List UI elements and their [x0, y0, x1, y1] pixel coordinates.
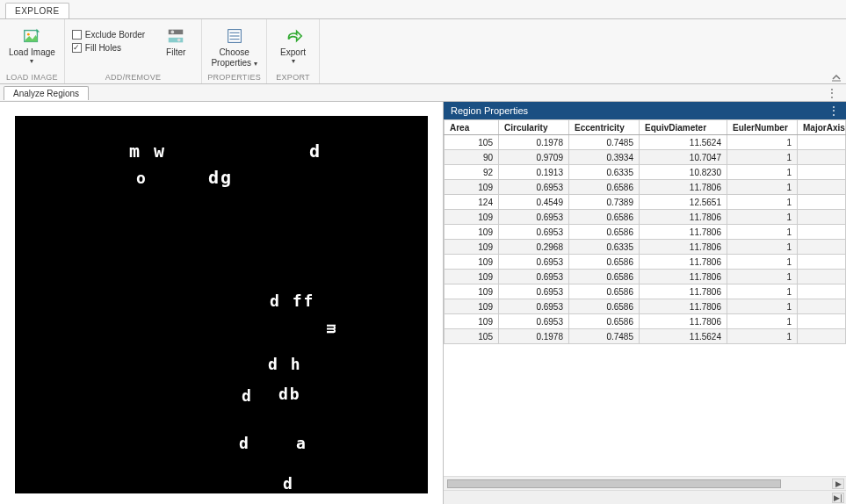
table-row[interactable]: 1090.69530.658611.78061 — [445, 299, 846, 314]
cell[interactable]: 1 — [727, 255, 798, 270]
cell[interactable]: 0.6586 — [569, 284, 640, 299]
cell[interactable]: 0.1978 — [499, 135, 569, 150]
table-row[interactable]: 1090.69530.658611.78061 — [445, 210, 846, 225]
cell[interactable]: 11.5624 — [640, 329, 727, 344]
cell[interactable]: 1 — [727, 180, 798, 195]
cell[interactable]: 90 — [445, 150, 499, 165]
cell[interactable]: 0.6586 — [569, 210, 640, 225]
cell[interactable]: 0.6586 — [569, 314, 640, 329]
cell[interactable]: 1 — [727, 270, 798, 284]
cell[interactable]: 1 — [727, 284, 798, 299]
cell[interactable]: 1 — [727, 240, 798, 255]
cell[interactable]: 12.5651 — [640, 195, 727, 210]
cell[interactable]: 109 — [445, 270, 499, 284]
cell[interactable]: 109 — [445, 240, 499, 255]
region-blob[interactable]: d — [283, 474, 294, 493]
cell[interactable] — [798, 165, 846, 180]
properties-table[interactable]: Area Circularity Eccentricity EquivDiame… — [444, 119, 846, 344]
cell[interactable]: 105 — [445, 329, 499, 344]
cell[interactable] — [798, 180, 846, 195]
cell[interactable]: 0.6953 — [499, 270, 569, 284]
region-blob[interactable]: a — [296, 434, 307, 452]
cell[interactable]: 11.7806 — [640, 225, 727, 240]
cell[interactable]: 124 — [445, 195, 499, 210]
table-row[interactable]: 1050.19780.748511.56241 — [445, 135, 846, 150]
cell[interactable]: 1 — [727, 210, 798, 225]
cell[interactable]: 11.7806 — [640, 284, 727, 299]
cell[interactable]: 1 — [727, 150, 798, 165]
cell[interactable] — [798, 329, 846, 344]
col-header-equivdiameter[interactable]: EquivDiameter — [640, 120, 727, 135]
col-header-eulernumber[interactable]: EulerNumber — [727, 120, 798, 135]
cell[interactable]: 10.7047 — [640, 150, 727, 165]
table-row[interactable]: 1090.29680.633511.78061 — [445, 240, 846, 255]
table-row[interactable]: 1090.69530.658611.78061 — [445, 255, 846, 270]
cell[interactable]: 0.6953 — [499, 225, 569, 240]
footer-scrollbar[interactable]: ▶| — [444, 490, 846, 504]
cell[interactable] — [798, 195, 846, 210]
region-blob[interactable]: d — [309, 140, 322, 162]
cell[interactable]: 0.6586 — [569, 299, 640, 314]
cell[interactable]: 0.6953 — [499, 314, 569, 329]
cell[interactable]: 11.7806 — [640, 255, 727, 270]
cell[interactable]: 11.7806 — [640, 180, 727, 195]
region-blob[interactable]: dg — [208, 167, 233, 188]
horizontal-scrollbar[interactable]: ▶ — [444, 476, 846, 490]
region-blob[interactable]: d — [239, 434, 250, 452]
cell[interactable]: 11.7806 — [640, 240, 727, 255]
minimize-toolstrip-button[interactable] — [830, 73, 842, 82]
properties-panel-menu-button[interactable]: ⋮ — [828, 104, 839, 117]
table-row[interactable]: 920.19130.633510.82301 — [445, 165, 846, 180]
cell[interactable] — [798, 150, 846, 165]
cell[interactable]: 11.7806 — [640, 314, 727, 329]
document-tab-menu-button[interactable]: ⋮ — [827, 87, 837, 99]
col-header-area[interactable]: Area — [445, 120, 499, 135]
cell[interactable]: 1 — [727, 299, 798, 314]
ribbon-tab-explore[interactable]: EXPLORE — [5, 3, 69, 18]
scrollbar-thumb[interactable] — [447, 479, 781, 488]
table-row[interactable]: 1240.45490.738912.56511 — [445, 195, 846, 210]
cell[interactable]: 0.6335 — [569, 165, 640, 180]
cell[interactable]: 0.6953 — [499, 299, 569, 314]
cell[interactable]: 109 — [445, 210, 499, 225]
col-header-circularity[interactable]: Circularity — [499, 120, 569, 135]
choose-properties-button[interactable]: Choose Properties ▾ — [207, 25, 260, 70]
exclude-border-checkbox[interactable]: Exclude Border — [70, 30, 145, 40]
cell[interactable]: 11.7806 — [640, 210, 727, 225]
cell[interactable]: 92 — [445, 165, 499, 180]
scroll-end-icon[interactable]: ▶| — [832, 493, 844, 503]
cell[interactable]: 0.6586 — [569, 180, 640, 195]
cell[interactable]: 0.1913 — [499, 165, 569, 180]
binary-image[interactable]: m wdodgd ffmd hddbdad — [15, 116, 428, 493]
scroll-right-arrow-icon[interactable]: ▶ — [832, 479, 844, 489]
cell[interactable]: 109 — [445, 225, 499, 240]
cell[interactable]: 0.6586 — [569, 255, 640, 270]
cell[interactable]: 105 — [445, 135, 499, 150]
cell[interactable] — [798, 284, 846, 299]
cell[interactable]: 0.7485 — [569, 135, 640, 150]
cell[interactable]: 11.7806 — [640, 270, 727, 284]
cell[interactable]: 0.6953 — [499, 210, 569, 225]
table-row[interactable]: 1090.69530.658611.78061 — [445, 284, 846, 299]
cell[interactable]: 0.7485 — [569, 329, 640, 344]
cell[interactable]: 0.6953 — [499, 180, 569, 195]
cell[interactable]: 1 — [727, 135, 798, 150]
cell[interactable] — [798, 299, 846, 314]
region-blob[interactable]: d h — [268, 355, 302, 373]
cell[interactable]: 109 — [445, 314, 499, 329]
cell[interactable]: 0.1978 — [499, 329, 569, 344]
cell[interactable]: 0.4549 — [499, 195, 569, 210]
cell[interactable]: 109 — [445, 299, 499, 314]
region-blob[interactable]: o — [136, 169, 148, 187]
cell[interactable]: 0.3934 — [569, 150, 640, 165]
load-image-button[interactable]: Load Image ▾ — [5, 25, 59, 67]
export-button[interactable]: Export ▾ — [273, 25, 314, 67]
cell[interactable] — [798, 255, 846, 270]
table-row[interactable]: 1090.69530.658611.78061 — [445, 314, 846, 329]
table-row[interactable]: 1050.19780.748511.56241 — [445, 329, 846, 344]
cell[interactable] — [798, 135, 846, 150]
cell[interactable]: 0.6586 — [569, 270, 640, 284]
cell[interactable]: 10.8230 — [640, 165, 727, 180]
filter-button[interactable]: Filter — [155, 25, 196, 60]
cell[interactable]: 0.9709 — [499, 150, 569, 165]
